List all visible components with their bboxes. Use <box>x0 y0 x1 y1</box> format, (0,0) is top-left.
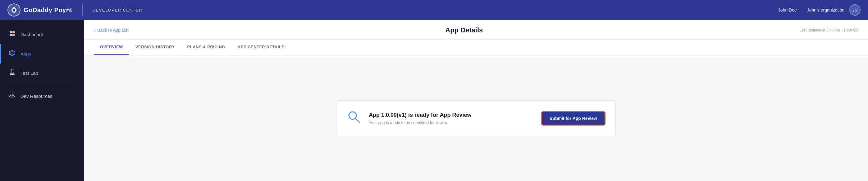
review-banner: App 1.0.00(v1) is ready for App Review Y… <box>336 100 616 136</box>
banner-title: App 1.0.00(v1) is ready for App Review <box>369 112 534 119</box>
sidebar-item-dashboard[interactable]: Dashboard <box>0 25 84 44</box>
user-name: John Doe <box>778 7 797 12</box>
back-link-label: Back to App List <box>97 28 128 33</box>
back-chevron-icon: ‹ <box>94 27 95 33</box>
svg-rect-3 <box>12 31 14 33</box>
nav-divider <box>82 4 83 16</box>
godaddy-poynt-logo <box>7 3 21 17</box>
svg-marker-7 <box>10 51 14 55</box>
sidebar: Dashboard Apps Test Lab <box>0 20 84 181</box>
tab-version-history[interactable]: VERSION HISTORY <box>129 40 181 55</box>
nav-org-divider <box>802 7 802 13</box>
org-name: John's organization <box>807 7 844 12</box>
dashboard-icon <box>9 30 16 38</box>
layout: Dashboard Apps Test Lab <box>0 20 868 181</box>
svg-rect-2 <box>10 31 12 33</box>
last-updated-text: Last updated at 3:58 PM - 10/05/22 <box>800 28 858 32</box>
tab-overview[interactable]: OVERVIEW <box>94 40 129 55</box>
svg-rect-4 <box>10 34 12 36</box>
svg-line-12 <box>355 119 360 123</box>
logo-area: GoDaddy Poynt <box>7 3 72 17</box>
banner-subtitle: Your app is ready to be submitted for re… <box>369 120 534 125</box>
sidebar-item-apps[interactable]: Apps <box>0 44 84 63</box>
svg-point-1 <box>13 9 15 11</box>
svg-rect-5 <box>12 34 14 36</box>
nav-right: John Doe John's organization JO <box>778 4 861 16</box>
svg-point-10 <box>12 74 13 74</box>
top-navigation: GoDaddy Poynt DEVELOPER CENTER John Doe … <box>0 0 868 20</box>
sidebar-item-label: Test Lab <box>21 70 38 76</box>
tab-app-center-details[interactable]: APP CENTER DETAILS <box>231 40 291 55</box>
page-header: ‹ Back to App List App Details Last upda… <box>84 20 868 40</box>
sidebar-item-devresources[interactable]: </> Dev Resources <box>0 88 84 104</box>
sidebar-item-testlab[interactable]: Test Lab <box>0 63 84 82</box>
tab-plans-pricing[interactable]: PLANS & PRICING <box>181 40 231 55</box>
nav-left: GoDaddy Poynt DEVELOPER CENTER <box>7 3 142 17</box>
testlab-icon <box>9 69 16 77</box>
svg-point-9 <box>11 73 12 74</box>
apps-icon <box>9 50 16 58</box>
sidebar-item-label: Dashboard <box>21 32 43 37</box>
back-to-app-list-link[interactable]: ‹ Back to App List <box>94 27 129 33</box>
page-title: App Details <box>445 26 483 34</box>
sidebar-item-label: Apps <box>21 51 31 56</box>
avatar[interactable]: JO <box>849 4 861 16</box>
main-content: ‹ Back to App List App Details Last upda… <box>84 20 868 181</box>
tabs-bar: OVERVIEW VERSION HISTORY PLANS & PRICING… <box>84 40 868 55</box>
banner-text: App 1.0.00(v1) is ready for App Review Y… <box>369 112 534 125</box>
sidebar-divider <box>9 85 75 85</box>
content-area: App 1.0.00(v1) is ready for App Review Y… <box>84 55 868 181</box>
section-label: DEVELOPER CENTER <box>93 8 143 12</box>
sidebar-item-label: Dev Resources <box>21 94 53 99</box>
devresources-icon: </> <box>9 94 16 99</box>
submit-for-review-button[interactable]: Submit for App Review <box>541 111 606 126</box>
brand-name: GoDaddy Poynt <box>24 6 72 14</box>
review-search-icon <box>346 109 361 127</box>
